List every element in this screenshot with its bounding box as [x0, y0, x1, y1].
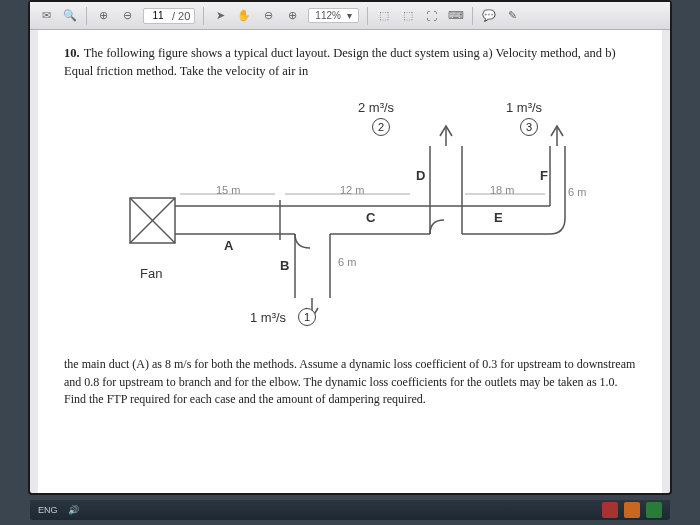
- problem-intro-text: The following figure shows a typical duc…: [64, 46, 616, 78]
- length-6b: 6 m: [338, 256, 356, 268]
- tool-icon-2[interactable]: ⬚: [400, 8, 416, 24]
- taskbar-lang[interactable]: ENG: [38, 505, 58, 515]
- length-18: 18 m: [490, 184, 514, 196]
- chevron-down-icon: ▾: [347, 10, 352, 21]
- flow-outlet-2: 2 m³/s: [358, 100, 394, 115]
- document-page: 10.The following figure shows a typical …: [38, 30, 662, 493]
- pdf-viewer-window: ✉ 🔍 ⊕ ⊖ / 20 ➤ ✋ ⊖ ⊕ 112% ▾ ⬚ ⬚ ⛶ ⌨ 💬 ✎ …: [28, 0, 672, 495]
- separator: [203, 7, 204, 25]
- seg-E: E: [494, 210, 503, 225]
- page-current-input[interactable]: [148, 10, 168, 21]
- page-field[interactable]: / 20: [143, 8, 195, 24]
- fan-label: Fan: [140, 266, 162, 281]
- seg-A: A: [224, 238, 233, 253]
- flow-outlet-3: 1 m³/s: [506, 100, 542, 115]
- length-6r: 6 m: [568, 186, 586, 198]
- duct-svg: [120, 98, 580, 338]
- sign-icon[interactable]: ✎: [505, 8, 521, 24]
- problem-number: 10.: [64, 46, 80, 60]
- mail-icon[interactable]: ✉: [38, 8, 54, 24]
- page-total: / 20: [172, 10, 190, 22]
- problem-footer: the main duct (A) as 8 m/s for both the …: [64, 356, 636, 408]
- seg-F: F: [540, 168, 548, 183]
- zoom-value: 112%: [315, 10, 341, 21]
- search-icon[interactable]: 🔍: [62, 8, 78, 24]
- zoom-field[interactable]: 112% ▾: [308, 8, 359, 23]
- toolbar: ✉ 🔍 ⊕ ⊖ / 20 ➤ ✋ ⊖ ⊕ 112% ▾ ⬚ ⬚ ⛶ ⌨ 💬 ✎: [30, 2, 670, 30]
- length-12: 12 m: [340, 184, 364, 196]
- fullscreen-icon[interactable]: ⛶: [424, 8, 440, 24]
- separator: [472, 7, 473, 25]
- flow-outlet-1: 1 m³/s: [250, 310, 286, 325]
- taskbar-right: [602, 502, 662, 518]
- separator: [367, 7, 368, 25]
- length-15: 15 m: [216, 184, 240, 196]
- seg-B: B: [280, 258, 289, 273]
- app-icon-2[interactable]: [624, 502, 640, 518]
- page-up-icon[interactable]: ⊕: [95, 8, 111, 24]
- duct-diagram: 2 m³/s 1 m³/s 1 m³/s 2 3 1 15 m 12 m 18 …: [120, 98, 580, 338]
- comment-icon[interactable]: 💬: [481, 8, 497, 24]
- app-icon-3[interactable]: [646, 502, 662, 518]
- keyboard-icon[interactable]: ⌨: [448, 8, 464, 24]
- page-down-icon[interactable]: ⊖: [119, 8, 135, 24]
- zoom-in-icon[interactable]: ⊕: [284, 8, 300, 24]
- zoom-out-icon[interactable]: ⊖: [260, 8, 276, 24]
- hand-icon[interactable]: ✋: [236, 8, 252, 24]
- seg-D: D: [416, 168, 425, 183]
- pointer-icon[interactable]: ➤: [212, 8, 228, 24]
- problem-intro: 10.The following figure shows a typical …: [64, 44, 636, 80]
- seg-C: C: [366, 210, 375, 225]
- tool-icon-1[interactable]: ⬚: [376, 8, 392, 24]
- os-taskbar: ENG 🔊: [30, 500, 670, 520]
- app-icon-1[interactable]: [602, 502, 618, 518]
- separator: [86, 7, 87, 25]
- volume-icon[interactable]: 🔊: [68, 505, 79, 515]
